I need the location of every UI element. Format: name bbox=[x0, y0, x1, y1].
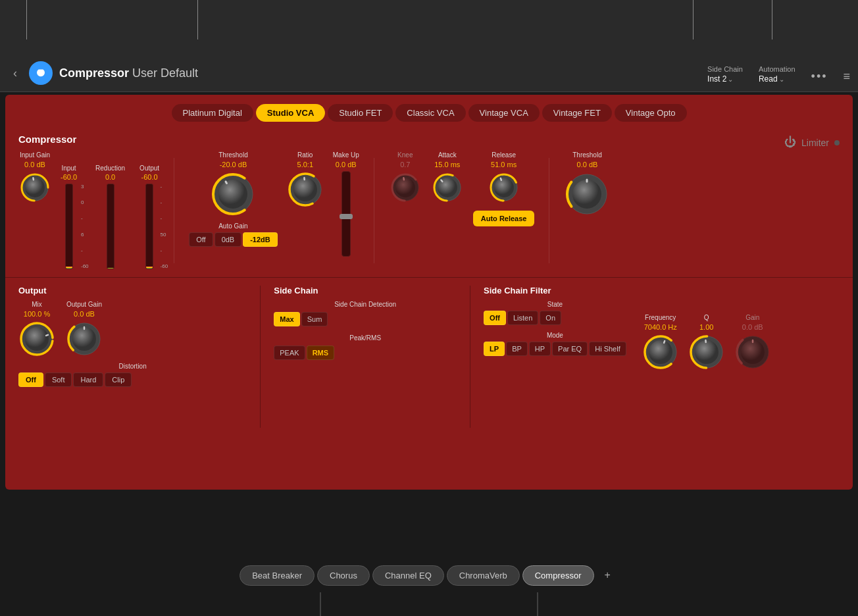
q-knob[interactable] bbox=[688, 334, 725, 371]
automation-value[interactable]: Read⌄ bbox=[759, 74, 784, 84]
output-meter-fill bbox=[146, 267, 153, 269]
reduction-meter-bar bbox=[107, 184, 114, 269]
svg-point-10 bbox=[293, 178, 317, 201]
plugin-tab-channel-eq[interactable]: Channel EQ bbox=[372, 565, 444, 586]
svg-point-14 bbox=[395, 178, 415, 197]
ratio-knob[interactable] bbox=[287, 171, 324, 208]
limiter-power-icon[interactable]: ⏻ bbox=[784, 136, 796, 149]
rms-button[interactable]: RMS bbox=[307, 346, 334, 360]
svg-line-39 bbox=[664, 341, 665, 343]
compressor-controls: Input Gain 0.0 dB Input -60.0 bbox=[18, 151, 840, 269]
output-knobs-row: Mix 100.0 % Output Gain 0.0 dB bbox=[18, 301, 247, 357]
output-gain-knob[interactable] bbox=[66, 321, 103, 357]
input-meter-bar bbox=[65, 184, 73, 269]
mix-knob[interactable] bbox=[18, 321, 55, 357]
connector-svg bbox=[265, 592, 593, 616]
plugin-area: Platinum Digital Studio VCA Studio FET C… bbox=[5, 95, 853, 490]
connector-area bbox=[0, 592, 858, 616]
peak-button[interactable]: PEAK bbox=[274, 346, 305, 360]
state-listen[interactable]: Listen bbox=[507, 311, 538, 325]
divider-3 bbox=[549, 158, 549, 263]
auto-gain-12db[interactable]: -12dB bbox=[243, 232, 278, 247]
svg-point-38 bbox=[649, 340, 672, 364]
plugin-tab-beat-breaker[interactable]: Beat Breaker bbox=[240, 565, 315, 586]
top-bar-right: Side Chain Inst 2⌄ Automation Read⌄ ••• … bbox=[707, 65, 850, 85]
bottom-sections: Output Mix 100.0 % Output Gain 0.0 dB bbox=[5, 278, 853, 436]
ratio-control: Ratio 5.0:1 bbox=[287, 151, 324, 208]
lines-button[interactable]: ≡ bbox=[843, 70, 850, 84]
more-button[interactable]: ••• bbox=[811, 70, 828, 84]
spacer bbox=[0, 492, 858, 558]
mode-lp[interactable]: LP bbox=[484, 342, 505, 356]
knee-knob[interactable] bbox=[389, 171, 422, 204]
output-section: Output Mix 100.0 % Output Gain 0.0 dB bbox=[18, 286, 260, 428]
svg-line-7 bbox=[226, 182, 227, 184]
reduction-vu: Reduction 0.0 bbox=[95, 165, 125, 269]
svg-point-46 bbox=[741, 340, 765, 364]
reduction-meter-fill bbox=[107, 268, 114, 269]
plugin-preset: User Default bbox=[132, 66, 198, 80]
detection-sum[interactable]: Sum bbox=[301, 312, 328, 326]
tab-studio-vca[interactable]: Studio VCA bbox=[256, 104, 326, 122]
filter-knobs: Frequency 7040.0 Hz Q 1.00 bbox=[642, 314, 771, 371]
ruler-line-4 bbox=[772, 0, 772, 39]
plugin-tab-chorus[interactable]: Chorus bbox=[317, 565, 370, 586]
auto-release-button[interactable]: Auto Release bbox=[473, 211, 535, 226]
detection-max[interactable]: Max bbox=[274, 312, 299, 326]
auto-gain-off[interactable]: Off bbox=[189, 232, 213, 247]
svg-point-18 bbox=[438, 178, 457, 197]
attack-knob[interactable] bbox=[431, 171, 464, 204]
state-on[interactable]: On bbox=[540, 311, 561, 325]
makeup-slider[interactable] bbox=[341, 171, 351, 257]
power-button[interactable] bbox=[29, 61, 53, 85]
side-chain-value[interactable]: Inst 2⌄ bbox=[707, 74, 733, 84]
mode-hishelf[interactable]: Hi Shelf bbox=[589, 342, 626, 356]
top-bar: ‹ Compressor User Default Side Chain Ins… bbox=[0, 0, 858, 92]
top-bar-left: ‹ Compressor User Default bbox=[8, 61, 707, 85]
limiter-led bbox=[834, 140, 840, 145]
limiter-threshold-knob[interactable] bbox=[564, 171, 610, 217]
plugin-title: Compressor User Default bbox=[59, 66, 198, 80]
tab-platinum-digital[interactable]: Platinum Digital bbox=[172, 104, 253, 122]
back-button[interactable]: ‹ bbox=[8, 64, 22, 83]
svg-point-6 bbox=[218, 180, 247, 209]
tab-vintage-opto[interactable]: Vintage Opto bbox=[615, 104, 687, 122]
auto-gain-0db[interactable]: 0dB bbox=[214, 232, 242, 247]
svg-point-30 bbox=[25, 327, 49, 351]
distortion-soft[interactable]: Soft bbox=[45, 372, 72, 387]
distortion-clip[interactable]: Clip bbox=[105, 372, 132, 387]
threshold-knob[interactable] bbox=[210, 171, 256, 217]
release-knob[interactable] bbox=[488, 171, 520, 204]
q-control: Q 1.00 bbox=[688, 314, 725, 371]
input-gain-control: Input Gain 0.0 dB bbox=[18, 151, 51, 204]
plugin-tab-compressor[interactable]: Compressor bbox=[522, 565, 594, 586]
tab-vintage-vca[interactable]: Vintage VCA bbox=[468, 104, 540, 122]
filter-gain-control: Gain 0.0 dB bbox=[734, 314, 771, 371]
distortion-hard[interactable]: Hard bbox=[73, 372, 103, 387]
mix-control: Mix 100.0 % bbox=[18, 301, 55, 357]
plugin-tab-chromaverb[interactable]: ChromaVerb bbox=[447, 565, 520, 586]
frequency-knob[interactable] bbox=[642, 334, 679, 371]
tab-studio-fet[interactable]: Studio FET bbox=[328, 104, 393, 122]
release-control: Release 51.0 ms Auto Release bbox=[473, 151, 535, 226]
output-vu: Output -60.0 ---50--60 bbox=[139, 165, 159, 269]
threshold-control: Threshold -20.0 dB Auto Gain Off 0dB -12… bbox=[189, 151, 278, 247]
state-off[interactable]: Off bbox=[484, 311, 506, 325]
svg-point-34 bbox=[72, 327, 96, 351]
tab-vintage-fet[interactable]: Vintage FET bbox=[542, 104, 612, 122]
input-gain-knob[interactable] bbox=[18, 171, 51, 204]
distortion-off[interactable]: Off bbox=[18, 372, 43, 387]
add-plugin-button[interactable]: + bbox=[597, 565, 618, 586]
divider-2 bbox=[374, 158, 374, 263]
distortion-buttons: Off Soft Hard Clip bbox=[18, 372, 247, 387]
mode-pareq[interactable]: Par EQ bbox=[552, 342, 588, 356]
auto-gain-buttons: Off 0dB -12dB bbox=[189, 232, 278, 247]
tab-classic-vca[interactable]: Classic VCA bbox=[395, 104, 465, 122]
filter-gain-knob[interactable] bbox=[734, 334, 771, 371]
mode-bp[interactable]: BP bbox=[506, 342, 528, 356]
mode-hp[interactable]: HP bbox=[529, 342, 551, 356]
limiter-label: Limiter bbox=[801, 138, 829, 148]
svg-line-19 bbox=[441, 180, 442, 182]
makeup-slider-thumb[interactable] bbox=[340, 214, 353, 219]
frequency-control: Frequency 7040.0 Hz bbox=[642, 314, 679, 371]
